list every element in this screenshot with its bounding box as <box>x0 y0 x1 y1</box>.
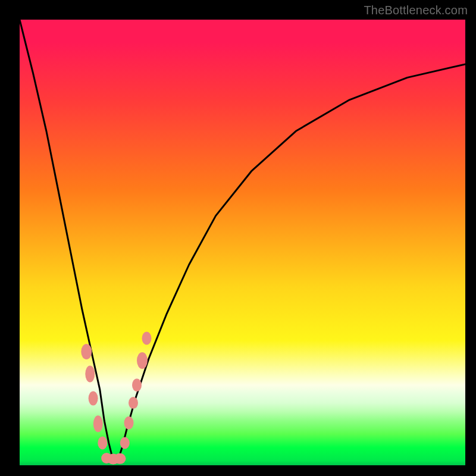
scatter-marker <box>120 437 130 449</box>
scatter-marker <box>93 415 103 432</box>
bottleneck-curve <box>20 20 465 461</box>
scatter-markers <box>81 332 151 465</box>
plot-area <box>20 20 465 465</box>
scatter-marker <box>114 453 126 464</box>
scatter-marker <box>89 392 98 406</box>
watermark-text: TheBottleneck.com <box>364 4 468 17</box>
scatter-marker <box>142 332 152 345</box>
scatter-marker <box>129 397 138 409</box>
scatter-marker <box>81 344 92 359</box>
scatter-marker <box>124 416 134 430</box>
chart-svg <box>20 20 465 465</box>
scatter-marker <box>85 366 95 383</box>
scatter-marker <box>132 378 142 392</box>
scatter-marker <box>98 437 107 450</box>
curve-path <box>20 20 465 461</box>
scatter-marker <box>137 352 148 369</box>
chart-frame: TheBottleneck.com <box>0 0 476 476</box>
